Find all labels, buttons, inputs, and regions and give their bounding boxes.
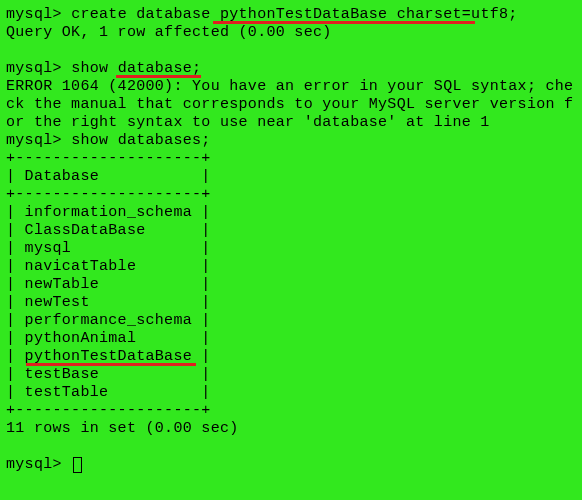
table-row: | newTable | bbox=[6, 276, 576, 294]
blank-line bbox=[6, 42, 576, 60]
error-line-3: or the right syntax to use near 'databas… bbox=[6, 114, 576, 132]
prompt: mysql> bbox=[6, 456, 71, 473]
error-line-2: ck the manual that corresponds to your M… bbox=[6, 96, 576, 114]
table-row: | ClassDataBase | bbox=[6, 222, 576, 240]
table-row: | newTest | bbox=[6, 294, 576, 312]
command-line-2: mysql> show database; bbox=[6, 60, 576, 78]
table-row: | performance_schema | bbox=[6, 312, 576, 330]
table-row: | information_schema | bbox=[6, 204, 576, 222]
table-row: | pythonAnimal | bbox=[6, 330, 576, 348]
table-row: | navicatTable | bbox=[6, 258, 576, 276]
table-border-bottom: +--------------------+ bbox=[6, 402, 576, 420]
prompt: mysql> bbox=[6, 60, 71, 77]
response-1: Query OK, 1 row affected (0.00 sec) bbox=[6, 24, 576, 42]
prompt: mysql> bbox=[6, 6, 71, 23]
error-line-1: ERROR 1064 (42000): You have an error in… bbox=[6, 78, 576, 96]
table-row: | testTable | bbox=[6, 384, 576, 402]
cursor-icon bbox=[73, 457, 82, 473]
result-summary: 11 rows in set (0.00 sec) bbox=[6, 420, 576, 438]
table-border-top: +--------------------+ bbox=[6, 150, 576, 168]
table-row: | pythonTestDataBase | bbox=[6, 348, 576, 366]
blank-line bbox=[6, 438, 576, 456]
command-line-1: mysql> create database pythonTestDataBas… bbox=[6, 6, 576, 24]
prompt: mysql> bbox=[6, 132, 71, 149]
prompt-line[interactable]: mysql> bbox=[6, 456, 576, 474]
table-row: | mysql | bbox=[6, 240, 576, 258]
table-row: | testBase | bbox=[6, 366, 576, 384]
command-3: show databases; bbox=[71, 132, 211, 149]
command-line-3: mysql> show databases; bbox=[6, 132, 576, 150]
table-header: | Database | bbox=[6, 168, 576, 186]
table-border-mid: +--------------------+ bbox=[6, 186, 576, 204]
